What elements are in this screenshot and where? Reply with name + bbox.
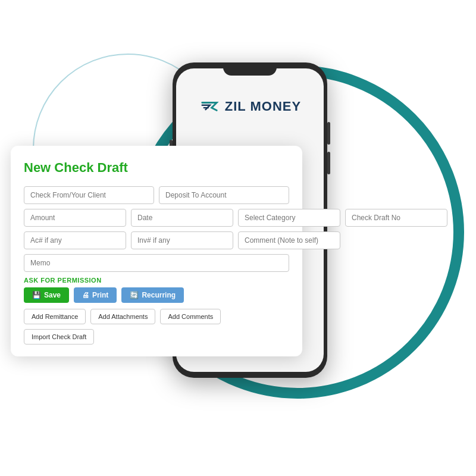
inv-if-any-input[interactable]: [131, 231, 233, 249]
comment-input[interactable]: [238, 231, 340, 249]
save-label: Save: [44, 291, 61, 299]
zil-logo: ZIL MONEY: [199, 98, 301, 115]
phone-notch: [223, 62, 277, 76]
zil-logo-text: ZIL MONEY: [225, 99, 301, 114]
amount-input[interactable]: [24, 209, 126, 227]
bottom-buttons-row: Add Remittance Add Attachments Add Comme…: [24, 309, 289, 345]
select-category-input[interactable]: [238, 209, 340, 227]
import-check-draft-label: Import Check Draft: [32, 333, 86, 340]
add-remittance-button[interactable]: Add Remittance: [24, 309, 86, 324]
form-row-1: [24, 186, 289, 204]
add-attachments-label: Add Attachments: [98, 313, 148, 320]
save-icon: 💾: [32, 291, 41, 299]
check-draft-no-input[interactable]: [345, 209, 447, 227]
add-attachments-button[interactable]: Add Attachments: [90, 309, 155, 324]
form-row-2: [24, 209, 289, 227]
print-icon: 🖨: [82, 291, 89, 299]
zil-logo-icon: [199, 98, 220, 115]
save-button[interactable]: 💾 Save: [24, 287, 69, 303]
new-check-draft-form: New Check Draft ASK FOR PERMISSION 💾 Sav…: [11, 146, 302, 356]
add-remittance-label: Add Remittance: [32, 313, 78, 320]
form-row-4: [24, 254, 289, 272]
check-from-client-input[interactable]: [24, 186, 154, 204]
add-comments-label: Add Comments: [168, 313, 213, 320]
memo-input[interactable]: [24, 254, 289, 272]
ask-permission-label: ASK FOR PERMISSION: [24, 277, 289, 284]
ac-if-any-input[interactable]: [24, 231, 126, 249]
date-input[interactable]: [131, 209, 233, 227]
form-row-3: [24, 231, 289, 249]
deposit-to-account-input[interactable]: [159, 186, 289, 204]
form-title: New Check Draft: [24, 160, 289, 176]
print-button[interactable]: 🖨 Print: [74, 287, 117, 303]
recurring-label: Recurring: [142, 291, 176, 299]
recurring-button[interactable]: 🔄 Recurring: [121, 287, 184, 303]
action-buttons-row: 💾 Save 🖨 Print 🔄 Recurring: [24, 287, 289, 303]
import-check-draft-button[interactable]: Import Check Draft: [24, 329, 94, 345]
recurring-icon: 🔄: [130, 291, 139, 299]
add-comments-button[interactable]: Add Comments: [160, 309, 221, 324]
volume-up-button: [327, 122, 330, 145]
print-label: Print: [92, 291, 108, 299]
volume-down-button: [327, 152, 330, 174]
